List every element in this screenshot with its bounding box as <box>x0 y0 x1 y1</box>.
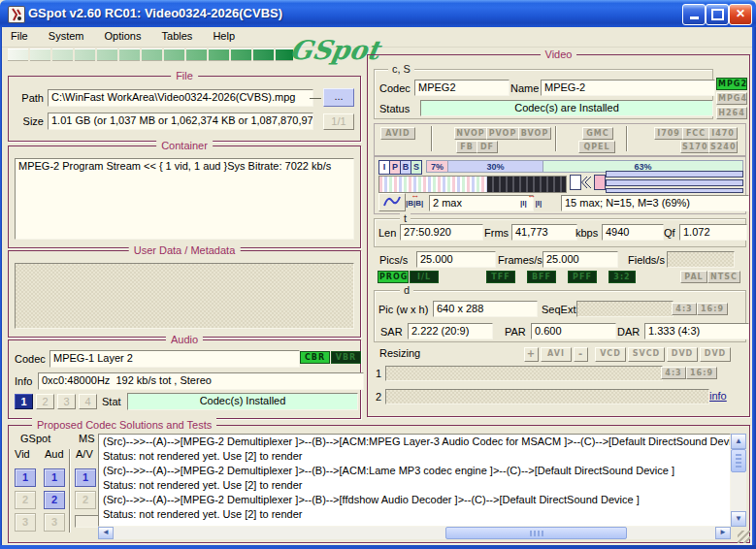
par-field[interactable]: 0.600 <box>531 323 616 339</box>
vbr-badge: VBR <box>331 351 361 364</box>
vid-solution-2-button[interactable]: 2 <box>15 491 36 509</box>
ms-solution-2-button[interactable]: 2 <box>75 491 96 509</box>
solution-line: Status: not rendered yet. Use [2] to ren… <box>99 449 730 464</box>
menu-help[interactable]: Help <box>204 27 244 46</box>
audio-stat-label: Stat <box>102 396 121 407</box>
solutions-list[interactable]: (Src)-->>--(A)-->[MPEG-2 Demultiplexer ]… <box>98 434 731 527</box>
path-field[interactable]: C:\WinFast WorkArea\Video0324-2026(CVBS)… <box>48 89 313 107</box>
resize-plus-button[interactable]: + <box>524 347 539 362</box>
audio-group: Audio Codec MPEG-1 Layer 2 CBR VBR Info … <box>8 339 361 419</box>
minimize-button[interactable] <box>682 4 706 25</box>
len-field[interactable]: 27:50.920 <box>400 224 483 241</box>
pic-size-label: Pic (w x h) <box>378 304 428 315</box>
app-icon[interactable] <box>8 6 25 23</box>
path-label: Path <box>15 92 44 104</box>
audio-codec-field[interactable]: MPEG-1 Layer 2 <box>49 350 300 368</box>
menu-tables[interactable]: Tables <box>153 27 202 46</box>
video-codec-field[interactable]: MPEG2 <box>414 80 509 96</box>
user-data-box <box>15 263 354 329</box>
sar-field[interactable]: 2.222 (20:9) <box>408 323 493 339</box>
audio-track-1-button[interactable]: 1 <box>15 394 33 409</box>
film-strip-icon[interactable] <box>570 175 606 190</box>
seqext-label: SeqExt <box>542 304 575 315</box>
v-scroll-down-button[interactable]: ▼ <box>731 511 746 527</box>
window-border-right[interactable] <box>752 27 756 549</box>
resize-vcd-button[interactable]: VCD <box>595 347 626 362</box>
aud-column-label: Aud <box>45 448 64 460</box>
resize-avi-button[interactable]: AVI <box>541 347 572 362</box>
h-scrollbar-track[interactable] <box>98 527 729 539</box>
v-scrollbar-thumb[interactable] <box>731 449 746 472</box>
browse-button[interactable]: ... <box>323 88 354 107</box>
h-scrollbar-thumb[interactable] <box>445 527 627 539</box>
window-border-left[interactable] <box>0 27 2 549</box>
menu-file[interactable]: File <box>2 27 37 46</box>
tff-badge: TFF <box>486 271 515 283</box>
fields-field <box>667 251 735 268</box>
vid-solution-3-button[interactable]: 3 <box>15 513 36 532</box>
aud-solution-3-button[interactable]: 3 <box>44 513 65 532</box>
ms-column-label: MS <box>79 433 95 444</box>
kbps-field[interactable]: 4940 <box>602 224 664 241</box>
aud-solution-1-button[interactable]: 1 <box>44 468 65 487</box>
gspot-column-label: GSpot <box>20 433 50 444</box>
container-info-box[interactable]: MPEG-2 Program Stream << { 1 vid, 1 aud … <box>15 158 354 240</box>
max-b-frames-field[interactable]: 2 max <box>429 195 534 211</box>
maximize-button[interactable] <box>706 4 729 25</box>
frames-field[interactable]: 25.000 <box>542 251 618 268</box>
window-border-bottom[interactable] <box>0 545 756 549</box>
menu-options[interactable]: Options <box>96 27 150 46</box>
audio-info-field[interactable]: 0xc0:48000Hz 192 kb/s tot , Stereo <box>38 372 364 390</box>
resize-minus-button[interactable]: - <box>574 347 588 362</box>
title-bar[interactable]: GSpot v2.60 RC01: Video0324-2026(CVBS) ✕ <box>0 0 756 27</box>
mpg4-badge: MPG4 <box>716 92 747 105</box>
bitrate-light-stripes <box>379 177 487 192</box>
video-name-field[interactable]: MPEG-2 <box>541 80 715 96</box>
user-data-group-title: User Data / Metadata <box>129 243 241 257</box>
gop-length-field[interactable]: 15 max; N=15, M=3 (69%) <box>561 195 749 211</box>
vid-solution-1-button[interactable]: 1 <box>15 468 36 487</box>
progress-gradient-bar <box>8 48 293 61</box>
ms-solution-1-button[interactable]: 1 <box>75 468 96 487</box>
resize-svcd-button[interactable]: SVCD <box>628 347 665 362</box>
resize-dvd2-button[interactable]: DVD <box>700 347 731 362</box>
h-scroll-left-button[interactable]: ◄ <box>98 527 114 539</box>
chevrons-icon <box>581 176 594 189</box>
dar-field[interactable]: 1.333 (4:3) <box>644 323 749 339</box>
size-field[interactable]: 1.01 GB (or 1,037 MB or 1,062,374 KB or … <box>48 113 313 130</box>
v-scroll-up-button[interactable]: ▲ <box>731 434 746 449</box>
resize-4-3-badge: 4:3 <box>661 367 686 379</box>
gop-bar-3 <box>606 188 743 193</box>
gop-graph-button[interactable] <box>378 193 406 211</box>
solutions-separator <box>69 449 70 533</box>
size-label: Size <box>15 115 44 127</box>
bvop-badge: BVOP <box>518 127 551 140</box>
interlace-badge: I/L <box>410 271 439 283</box>
qf-field[interactable]: 1.072 <box>679 224 747 241</box>
audio-track-3-button[interactable]: 3 <box>57 394 76 409</box>
seq-4-3-badge: 4:3 <box>672 303 697 315</box>
file-counter-button: 1/1 <box>323 113 354 130</box>
gspot-logo: GSpot <box>287 35 378 65</box>
frms-field[interactable]: 41,773 <box>511 224 577 241</box>
pics-field[interactable]: 25.000 <box>416 251 496 268</box>
h-thumb-grip <box>530 531 543 536</box>
i470-badge: I470 <box>708 127 738 140</box>
sar-label: SAR <box>380 326 403 338</box>
v-thumb-grip <box>736 454 741 468</box>
qpel-badge: QPEL <box>578 141 615 153</box>
h-scroll-right-button[interactable]: ► <box>715 527 731 539</box>
resize-grip[interactable] <box>738 531 750 543</box>
pic-size-field[interactable]: 640 x 288 <box>433 301 538 317</box>
info-link[interactable]: info <box>709 390 727 402</box>
audio-track-2-button[interactable]: 2 <box>36 394 54 409</box>
bitrate-stripe-bar <box>378 176 567 193</box>
resize-dvd1-button[interactable]: DVD <box>667 347 698 362</box>
close-button[interactable]: ✕ <box>729 4 752 25</box>
menu-system[interactable]: System <box>40 27 93 46</box>
audio-track-4-button[interactable]: 4 <box>79 394 97 409</box>
aud-solution-2-button[interactable]: 2 <box>44 491 65 509</box>
video-name-label: Name <box>510 82 539 94</box>
nvop-badge: NVOP <box>454 127 487 140</box>
video-codec-label: Codec <box>379 82 411 94</box>
